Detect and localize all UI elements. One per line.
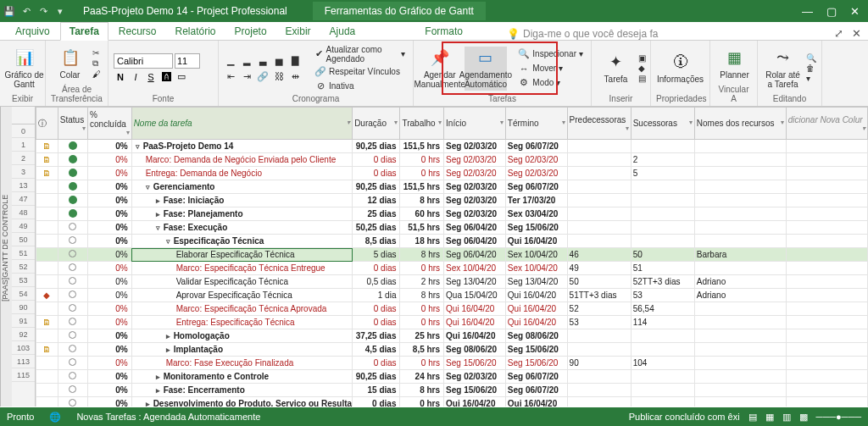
cell-start[interactable]: Seg 02/03/20: [444, 140, 506, 153]
cell-task-name[interactable]: ▿Gerenciamento: [131, 180, 353, 194]
table-row[interactable]: 0%Validar Especificação Técnica0,5 dias2…: [36, 275, 868, 289]
table-row[interactable]: 0%▸Fase: Iniciação12 dias8 hrsSeg 02/03/…: [36, 194, 868, 207]
bold-button[interactable]: N: [114, 70, 127, 84]
cell-resources[interactable]: [694, 329, 786, 343]
cell-work[interactable]: 60 hrs: [400, 207, 444, 221]
outline-toggle-icon[interactable]: ▿: [146, 183, 153, 191]
col-successors[interactable]: Sucessoras▾: [631, 108, 694, 140]
row-number[interactable]: 49: [12, 219, 35, 233]
pct0-icon[interactable]: ▁: [224, 53, 237, 67]
cell-duration[interactable]: 0 dias: [353, 262, 400, 275]
cell-duration[interactable]: 0 dias: [353, 316, 400, 329]
cell-start[interactable]: Qui 16/04/20: [444, 329, 506, 343]
cell-start[interactable]: Sex 10/04/20: [444, 262, 506, 275]
cell-pct[interactable]: 0%: [88, 235, 132, 248]
tab-file[interactable]: Arquivo: [7, 23, 58, 40]
cell-work[interactable]: 25 hrs: [400, 329, 444, 343]
col-indicators[interactable]: ⓘ: [36, 108, 58, 140]
cell-start[interactable]: Seg 13/04/20: [444, 275, 506, 289]
cell-successors[interactable]: 53: [631, 289, 694, 302]
cell-finish[interactable]: Seg 06/07/20: [505, 384, 567, 397]
cell-task-name[interactable]: ▸Homologação: [131, 329, 353, 343]
cell-resources[interactable]: [694, 370, 786, 384]
table-row[interactable]: 🗎0%Entrega: Demanda de Negócio0 dias0 hr…: [36, 167, 868, 180]
cell-duration[interactable]: 0 dias: [353, 397, 400, 407]
task-table[interactable]: ⓘ Status▾ % concluída▾ Nome da tarefa▾ D…: [36, 107, 868, 407]
cell-duration[interactable]: 12 dias: [353, 194, 400, 207]
cell-resources[interactable]: [694, 397, 786, 407]
cell-successors[interactable]: 2: [631, 153, 694, 167]
close-icon[interactable]: ✕: [850, 5, 860, 18]
col-start[interactable]: Início▾: [444, 108, 506, 140]
cell-task-name[interactable]: ▿PaaS-Projeto Demo 14: [131, 140, 353, 153]
cell-duration[interactable]: 8,5 dias: [353, 235, 400, 248]
cell-predecessors[interactable]: [567, 384, 631, 397]
cell-pct[interactable]: 0%: [88, 275, 132, 289]
cell-successors[interactable]: [631, 221, 694, 235]
cell-finish[interactable]: Sex 03/04/20: [505, 207, 567, 221]
cell-successors[interactable]: 51: [631, 262, 694, 275]
cell-pct[interactable]: 0%: [88, 248, 132, 262]
outdent-icon[interactable]: ⇤: [224, 69, 237, 83]
cell-empty[interactable]: [786, 221, 867, 235]
link-icon[interactable]: 🔗: [256, 69, 270, 83]
cell-pct[interactable]: 0%: [88, 262, 132, 275]
cell-pct[interactable]: 0%: [88, 343, 132, 357]
cell-start[interactable]: Seg 08/06/20: [444, 343, 506, 357]
cell-successors[interactable]: 104: [631, 357, 694, 370]
underline-button[interactable]: S: [144, 70, 158, 84]
cell-empty[interactable]: [786, 248, 867, 262]
cell-resources[interactable]: [694, 302, 786, 316]
cell-work[interactable]: 8 hrs: [400, 248, 444, 262]
cell-duration[interactable]: 4,5 dias: [353, 343, 400, 357]
cell-successors[interactable]: [631, 207, 694, 221]
cell-start[interactable]: Seg 15/06/20: [444, 384, 506, 397]
cell-pct[interactable]: 0%: [88, 153, 132, 167]
table-row[interactable]: 0%▸Desenvolvimento do Produto, Serviço o…: [36, 397, 868, 407]
cell-work[interactable]: 2 hrs: [400, 275, 444, 289]
planner-button[interactable]: ▦Planner: [715, 47, 754, 81]
cell-start[interactable]: Seg 02/03/20: [444, 180, 506, 194]
cell-successors[interactable]: [631, 140, 694, 153]
cell-predecessors[interactable]: 90: [567, 357, 631, 370]
table-row[interactable]: 🗎0%▿PaaS-Projeto Demo 1490,25 dias151,5 …: [36, 140, 868, 153]
redo-icon[interactable]: ↷: [37, 5, 49, 17]
cell-resources[interactable]: [694, 180, 786, 194]
cell-resources[interactable]: [694, 262, 786, 275]
cell-start[interactable]: Qua 15/04/20: [444, 289, 506, 302]
row-number[interactable]: 115: [12, 368, 35, 382]
cell-resources[interactable]: Adriano: [694, 275, 786, 289]
table-row[interactable]: 0%▸Homologação37,25 dias25 hrsQui 16/04/…: [36, 329, 868, 343]
cell-empty[interactable]: [786, 167, 867, 180]
cell-duration[interactable]: 0 dias: [353, 153, 400, 167]
cell-finish[interactable]: Qui 16/04/20: [505, 302, 567, 316]
col-finish[interactable]: Término▾: [505, 108, 567, 140]
tab-help[interactable]: Ajuda: [321, 23, 364, 40]
cell-work[interactable]: 151,5 hrs: [400, 140, 444, 153]
row-number[interactable]: 103: [12, 341, 35, 355]
cell-empty[interactable]: [786, 329, 867, 343]
cell-resources[interactable]: [694, 384, 786, 397]
cell-start[interactable]: Seg 02/03/20: [444, 153, 506, 167]
cell-task-name[interactable]: ▸Fase: Planejamento: [131, 207, 353, 221]
cell-predecessors[interactable]: [567, 221, 631, 235]
pct75-icon[interactable]: ▅: [272, 53, 286, 67]
tell-me-search[interactable]: 💡 Diga-me o que você deseja fa: [507, 28, 658, 40]
cell-predecessors[interactable]: [567, 194, 631, 207]
cell-start[interactable]: Qui 16/04/20: [444, 397, 506, 407]
cell-resources[interactable]: [694, 221, 786, 235]
cell-duration[interactable]: 5 dias: [353, 248, 400, 262]
cell-finish[interactable]: Sex 10/04/20: [505, 248, 567, 262]
table-row[interactable]: 0%Elaborar Especificação Técnica5 dias8 …: [36, 248, 868, 262]
cell-pct[interactable]: 0%: [88, 180, 132, 194]
cell-empty[interactable]: [786, 370, 867, 384]
ribbon-display-icon[interactable]: ⤢: [834, 27, 843, 40]
cell-successors[interactable]: [631, 384, 694, 397]
row-number[interactable]: 2: [12, 152, 35, 165]
cell-task-name[interactable]: Aprovar Especificação Técnica: [131, 289, 353, 302]
clear-icon[interactable]: 🗑: [806, 64, 816, 73]
cell-pct[interactable]: 0%: [88, 140, 132, 153]
cell-task-name[interactable]: Entrega: Especificação Técnica: [131, 316, 353, 329]
fill-icon[interactable]: ▾: [806, 74, 816, 83]
pct50-icon[interactable]: ▃: [256, 53, 270, 67]
